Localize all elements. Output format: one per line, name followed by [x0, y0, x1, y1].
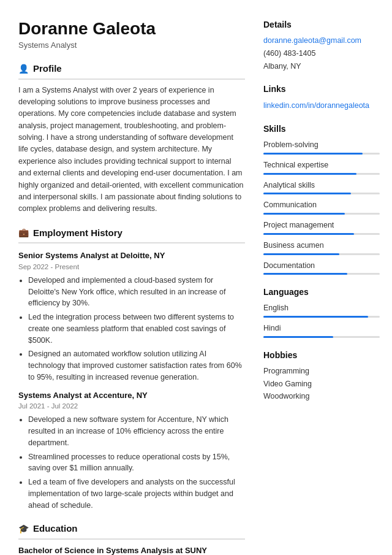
education-icon: 🎓: [18, 522, 29, 535]
employment-label: Employment History: [33, 226, 123, 240]
employment-jobs: Senior Systems Analyst at Deloitte, NYSe…: [18, 250, 245, 511]
skill-bar-fill-5: [263, 253, 339, 255]
details-phone: (460) 483-1405: [263, 48, 380, 59]
job-title-1: Systems Analyst at Accenture, NY: [18, 389, 245, 402]
profile-label: Profile: [33, 62, 62, 76]
edu-entry-0: Bachelor of Science in Systems Analysis …: [18, 545, 245, 555]
skill-bar-bg-2: [263, 193, 380, 194]
skill-label-1: Technical expertise: [263, 159, 380, 171]
hobbies-title: Hobbies: [263, 349, 380, 362]
job-bullet-1-0: Developed a new software system for Acce…: [28, 414, 245, 448]
employment-header: 💼 Employment History: [18, 226, 245, 244]
resume-name: Doranne Galeota: [18, 18, 245, 39]
skill-bar-fill-1: [263, 173, 356, 175]
job-bullets-1: Developed a new software system for Acce…: [18, 414, 245, 511]
hobby-item-0: Programming: [263, 366, 380, 377]
details-section: Details doranne.galeota@gmail.com (460) …: [263, 18, 380, 72]
lang-bar-bg-0: [263, 316, 380, 318]
skill-label-6: Documentation: [263, 260, 380, 272]
hobbies-list: ProgrammingVideo GamingWoodworking: [263, 366, 380, 402]
job-bullets-0: Developed and implemented a cloud-based …: [18, 275, 245, 383]
employment-icon: 💼: [18, 226, 29, 239]
skills-title: Skills: [263, 123, 380, 136]
skills-section: Skills Problem-solvingTechnical expertis…: [263, 123, 380, 275]
profile-text: I am a Systems Analyst with over 2 years…: [18, 85, 245, 215]
links-section: Links linkedin.com/in/dorannegaleota: [263, 83, 380, 112]
education-header: 🎓 Education: [18, 522, 245, 540]
job-entry-0: Senior Systems Analyst at Deloitte, NYSe…: [18, 250, 245, 383]
skill-bar-bg-0: [263, 153, 380, 155]
skill-bar-bg-5: [263, 253, 380, 255]
skill-bar-bg-1: [263, 173, 380, 175]
skill-bar-fill-3: [263, 213, 345, 215]
job-bullet-1-2: Led a team of five developers and analys…: [28, 477, 245, 511]
education-entries: Bachelor of Science in Systems Analysis …: [18, 545, 245, 555]
languages-section: Languages EnglishHindi: [263, 286, 380, 338]
lang-label-0: English: [263, 302, 380, 314]
job-title-0: Senior Systems Analyst at Deloitte, NY: [18, 250, 245, 262]
job-bullet-0-2: Designed an automated workflow solution …: [28, 348, 245, 383]
profile-icon: 👤: [18, 63, 29, 75]
job-bullet-0-1: Led the integration process between two …: [28, 312, 245, 346]
job-bullet-1-1: Streamlined processes to reduce operatio…: [28, 451, 245, 475]
skill-label-2: Analytical skills: [263, 180, 380, 191]
employment-section: 💼 Employment History Senior Systems Anal…: [18, 226, 245, 511]
education-section: 🎓 Education Bachelor of Science in Syste…: [18, 522, 245, 555]
skill-item-5: Business acumen: [263, 240, 380, 255]
hobby-item-1: Video Gaming: [263, 378, 380, 390]
profile-header: 👤 Profile: [18, 62, 245, 80]
skill-item-1: Technical expertise: [263, 159, 380, 175]
skill-bar-bg-3: [263, 213, 380, 215]
skill-item-4: Project management: [263, 220, 380, 235]
job-date-1: Jul 2021 - Jul 2022: [18, 401, 245, 411]
skill-label-3: Communication: [263, 199, 380, 211]
lang-bar-bg-1: [263, 336, 380, 338]
skill-item-0: Problem-solving: [263, 139, 380, 155]
right-column: Details doranne.galeota@gmail.com (460) …: [263, 18, 380, 555]
page: Doranne Galeota Systems Analyst 👤 Profil…: [0, 0, 392, 555]
skills-list: Problem-solvingTechnical expertiseAnalyt…: [263, 139, 380, 275]
lang-bar-fill-0: [263, 316, 368, 318]
skill-label-4: Project management: [263, 220, 380, 231]
job-date-0: Sep 2022 - Present: [18, 262, 245, 272]
skill-item-2: Analytical skills: [263, 180, 380, 195]
skill-item-6: Documentation: [263, 260, 380, 275]
edu-title-0: Bachelor of Science in Systems Analysis …: [18, 545, 245, 555]
lang-item-1: Hindi: [263, 323, 380, 338]
links-linkedin[interactable]: linkedin.com/in/dorannegaleota: [263, 101, 369, 110]
skill-bar-bg-6: [263, 273, 380, 275]
lang-label-1: Hindi: [263, 323, 380, 334]
education-label: Education: [33, 522, 78, 536]
lang-bar-fill-1: [263, 336, 333, 338]
skill-bar-fill-0: [263, 153, 363, 155]
job-bullet-0-0: Developed and implemented a cloud-based …: [28, 275, 245, 309]
profile-section: 👤 Profile I am a Systems Analyst with ov…: [18, 62, 245, 215]
resume-title: Systems Analyst: [18, 39, 245, 52]
hobbies-section: Hobbies ProgrammingVideo GamingWoodworki…: [263, 349, 380, 402]
languages-title: Languages: [263, 286, 380, 299]
lang-item-0: English: [263, 302, 380, 318]
skill-bar-bg-4: [263, 233, 380, 235]
skill-bar-fill-4: [263, 233, 354, 235]
details-location: Albany, NY: [263, 61, 380, 72]
skill-bar-fill-6: [263, 273, 347, 275]
languages-list: EnglishHindi: [263, 302, 380, 338]
details-title: Details: [263, 18, 380, 31]
hobby-item-2: Woodworking: [263, 391, 380, 402]
skill-label-5: Business acumen: [263, 240, 380, 251]
details-email[interactable]: doranne.galeota@gmail.com: [263, 35, 380, 47]
left-column: Doranne Galeota Systems Analyst 👤 Profil…: [18, 18, 245, 555]
skill-bar-fill-2: [263, 193, 351, 194]
links-title: Links: [263, 83, 380, 96]
skill-item-3: Communication: [263, 199, 380, 215]
skill-label-0: Problem-solving: [263, 139, 380, 151]
job-entry-1: Systems Analyst at Accenture, NYJul 2021…: [18, 389, 245, 511]
